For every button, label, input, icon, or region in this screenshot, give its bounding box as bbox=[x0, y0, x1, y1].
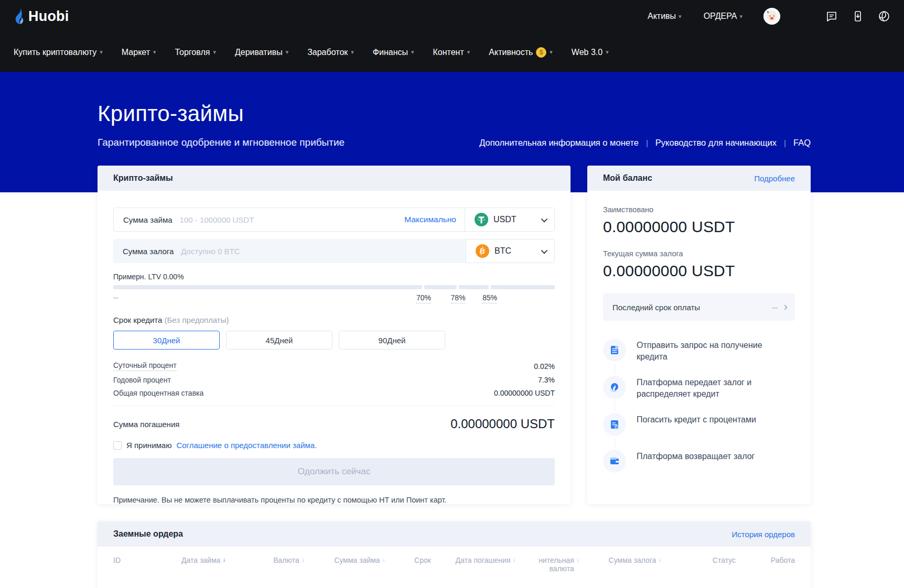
faq-link[interactable]: FAQ bbox=[793, 138, 811, 148]
sort-down-icon[interactable]: ↓ bbox=[302, 556, 305, 563]
repayment-row: Сумма погашения 0.00000000 USDT bbox=[113, 417, 555, 431]
nav-web3[interactable]: Web 3.0▾ bbox=[572, 48, 609, 57]
steps-connector-line bbox=[615, 351, 615, 460]
assets-menu[interactable]: Активы ▾ bbox=[648, 12, 682, 21]
collateral-currency-select[interactable]: B BTC bbox=[466, 239, 555, 263]
nav-label: Финансы bbox=[373, 48, 408, 57]
nav-trade[interactable]: Торговля▾ bbox=[175, 48, 216, 57]
ltv-mark-85[interactable]: 85% bbox=[482, 293, 497, 303]
total-rate-row: Общая процентная ставка 0.00000000 USDT bbox=[113, 389, 555, 397]
loan-currency-select[interactable]: USDT bbox=[465, 208, 554, 231]
column-loan-date[interactable]: Дата займа ↓ bbox=[181, 556, 260, 564]
column-additional-currency[interactable]: нительная валюта ↓ bbox=[528, 556, 590, 573]
order-history-link[interactable]: История ордеров bbox=[732, 530, 795, 539]
column-label: Дата займа bbox=[181, 556, 220, 564]
separator: | bbox=[784, 138, 786, 147]
language-globe-icon[interactable] bbox=[878, 10, 890, 23]
column-label-line2: валюта bbox=[549, 564, 574, 573]
balance-card-title: Мой баланс bbox=[603, 173, 652, 183]
due-date-row[interactable]: Последний срок оплаты -- › bbox=[603, 293, 795, 321]
user-avatar[interactable] bbox=[763, 8, 780, 25]
orders-empty-area bbox=[98, 582, 811, 588]
orders-title: Заемные ордера bbox=[113, 529, 183, 539]
column-currency[interactable]: Валюта ↓ bbox=[260, 556, 318, 564]
borrow-now-button[interactable]: Одолжить сейчас bbox=[113, 458, 555, 485]
nav-label: Торговля bbox=[175, 48, 210, 57]
nav-label: Купить криптовалюту bbox=[14, 48, 96, 57]
nav-content[interactable]: Контент▾ bbox=[433, 48, 470, 57]
transfer-collateral-icon bbox=[603, 376, 626, 399]
nav-label: Активность bbox=[489, 48, 533, 57]
loan-agreement-link[interactable]: Соглашение о предоставлении займа. bbox=[176, 441, 317, 450]
column-label: нительная bbox=[539, 556, 574, 564]
sort-down-icon[interactable]: ↓ bbox=[513, 556, 516, 563]
step-return-collateral: Платформа возвращает залог bbox=[603, 450, 795, 473]
term-30-days-button[interactable]: 30Дней bbox=[113, 331, 220, 350]
column-collateral-amount[interactable]: Сумма залога ↓ bbox=[590, 556, 680, 564]
nav-market[interactable]: Маркет▾ bbox=[122, 48, 156, 57]
loan-amount-input[interactable] bbox=[180, 215, 405, 224]
ltv-mark-78[interactable]: 78% bbox=[451, 293, 466, 303]
balance-details-link[interactable]: Подробнее bbox=[754, 174, 795, 183]
ltv-current-value: -- bbox=[113, 293, 118, 302]
topbar-right: Активы ▾ ОРДЕРА ▾ bbox=[626, 8, 890, 25]
brand-name: Huobi bbox=[28, 8, 69, 25]
repayment-label: Сумма погашения bbox=[113, 420, 179, 429]
my-balance-card: Мой баланс Подробнее Заимствовано 0.0000… bbox=[587, 166, 811, 504]
borrowed-value: 0.00000000 USDT bbox=[603, 218, 795, 236]
daily-rate-label: Суточный процент bbox=[113, 361, 177, 371]
total-rate-label: Общая процентная ставка bbox=[113, 389, 203, 397]
nav-buy-crypto[interactable]: Купить криптовалюту▾ bbox=[14, 48, 103, 57]
assets-label: Активы bbox=[648, 12, 676, 21]
support-chat-icon[interactable] bbox=[825, 10, 838, 23]
column-label: Сумма займа bbox=[334, 556, 380, 564]
caret-down-icon: ▾ bbox=[739, 14, 742, 19]
collateral-currency-value: BTC bbox=[494, 246, 536, 256]
caret-down-icon: ▾ bbox=[467, 49, 470, 55]
caret-down-icon: ▾ bbox=[411, 49, 414, 55]
nav-label: Заработок bbox=[307, 48, 348, 57]
hero-links: Дополнительная информация о монете | Рук… bbox=[479, 138, 811, 148]
annual-rate-label: Годовой процент bbox=[113, 376, 171, 384]
term-label: Срок кредита (Без предоплаты) bbox=[113, 315, 555, 324]
column-repayment-date[interactable]: Дата погашения ↓ bbox=[444, 556, 528, 564]
nav-derivatives[interactable]: Деривативы▾ bbox=[235, 48, 288, 57]
nav-finance[interactable]: Финансы▾ bbox=[373, 48, 414, 57]
nav-label: Деривативы bbox=[235, 48, 283, 57]
sort-down-icon[interactable]: ↓ bbox=[658, 556, 661, 563]
sort-down-icon[interactable]: ↓ bbox=[382, 556, 385, 563]
huobi-logo[interactable]: Huobi bbox=[14, 8, 69, 25]
nav-activity[interactable]: Активность$▾ bbox=[489, 47, 553, 58]
loan-orders-section: Заемные ордера История ордеров ID Дата з… bbox=[98, 521, 811, 588]
ltv-mark-70[interactable]: 70% bbox=[416, 293, 431, 303]
borrowed-label: Заимствовано bbox=[603, 205, 795, 214]
coin-info-link[interactable]: Дополнительная информация о монете bbox=[479, 138, 639, 148]
column-action: Работа bbox=[769, 556, 795, 564]
column-loan-amount[interactable]: Сумма займа ↓ bbox=[318, 556, 402, 564]
app-download-icon[interactable] bbox=[852, 10, 864, 23]
column-label: Работа bbox=[771, 556, 795, 564]
caret-down-icon: ▾ bbox=[286, 49, 289, 55]
repayment-value: 0.00000000 USDT bbox=[450, 417, 555, 431]
sort-down-icon[interactable]: ↓ bbox=[222, 556, 225, 563]
huobi-flame-icon bbox=[14, 8, 25, 24]
column-label: ID bbox=[113, 556, 121, 564]
max-amount-link[interactable]: Максимально bbox=[404, 215, 456, 224]
collateral-amount-input[interactable] bbox=[181, 247, 457, 256]
term-90-days-button[interactable]: 90Дней bbox=[339, 331, 445, 350]
agreement-row: Я принимаю Соглашение о предоставлении з… bbox=[113, 441, 555, 450]
total-rate-value: 0.00000000 USDT bbox=[494, 389, 555, 397]
orders-label: ОРДЕРА bbox=[704, 12, 737, 21]
sort-down-icon[interactable]: ↓ bbox=[576, 556, 579, 563]
caret-down-icon: ▾ bbox=[606, 49, 609, 55]
agreement-checkbox[interactable] bbox=[113, 441, 122, 450]
ltv-slider-track[interactable] bbox=[113, 285, 555, 289]
ltv-slider[interactable]: -- 70% 78% 85% bbox=[113, 285, 555, 305]
loan-amount-row: Сумма займа Максимально USDT bbox=[113, 208, 555, 232]
term-45-days-button[interactable]: 45Дней bbox=[226, 331, 332, 350]
loan-steps: Отправить запрос на получение кредита Пл… bbox=[603, 339, 795, 473]
orders-menu[interactable]: ОРДЕРА ▾ bbox=[704, 12, 742, 21]
top-bar: Huobi Активы ▾ ОРДЕРА ▾ bbox=[0, 0, 904, 32]
nav-earn[interactable]: Заработок▾ bbox=[307, 48, 354, 57]
beginner-guide-link[interactable]: Руководство для начинающих bbox=[655, 138, 777, 148]
